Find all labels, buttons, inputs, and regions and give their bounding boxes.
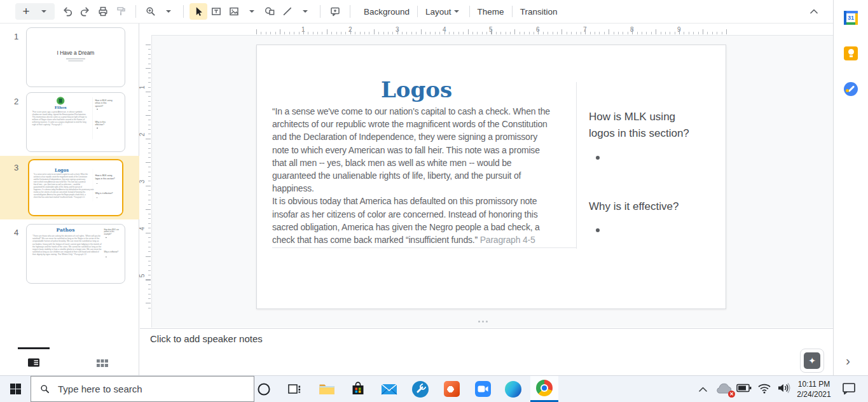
slide-thumbnail-2[interactable]: Ethos “Five score years ago, a great Ame… [26,92,125,152]
insert-image-button[interactable] [225,3,243,20]
question-1[interactable]: How is MLK using logos in this section? [589,109,716,142]
onedrive-tray-icon[interactable]: ✕ [715,382,734,396]
tasks-icon[interactable] [844,82,858,96]
insert-comment-button[interactable] [326,3,344,20]
select-tool-button[interactable] [189,3,207,20]
layout-label: Layout [425,7,451,17]
thumb2-body: “Five score years ago, a great American,… [32,111,90,126]
chrome-button-active[interactable] [530,376,558,402]
taskbar-search-input[interactable]: Type here to search [31,376,254,402]
wifi-tray-icon[interactable] [757,383,771,396]
layout-button[interactable]: Layout [418,3,469,20]
slide-thumbnail-1[interactable]: I Have a Dream [26,27,125,87]
paint-roller-icon [115,6,127,17]
slide-body-text[interactable]: “In a sense we've come to our nation's c… [272,105,585,246]
text-box-button[interactable] [207,3,225,20]
tray-show-hidden-icons[interactable] [693,376,712,402]
microsoft-store-button[interactable] [344,376,372,402]
grid-view-button[interactable] [96,359,109,370]
image-icon [228,6,240,17]
collapse-menus-button[interactable] [805,3,823,20]
zoom-app-button[interactable] [469,376,497,402]
toolbar-separator [350,5,350,18]
insert-line-button[interactable] [279,3,296,20]
paragraph-citation: Paragraph 4-5 [480,235,535,245]
text-box-bottom-edge [272,247,576,248]
new-slide-button[interactable]: + [17,3,35,20]
background-label: Background [364,7,410,17]
action-center-icon [842,382,856,395]
expand-side-panel-chevron[interactable]: › [846,353,850,368]
print-button[interactable] [94,3,112,20]
transition-button[interactable]: Transition [513,3,565,20]
office-icon [444,381,460,397]
office-button[interactable] [437,376,465,402]
line-dropdown[interactable] [296,3,314,20]
new-slide-dropdown[interactable] [35,3,53,20]
thumb4-question-2: Why is it effective? [104,251,122,253]
question-2[interactable]: Why is it effective? [589,198,716,215]
cortana-button[interactable] [250,376,278,402]
theme-button[interactable]: Theme [470,3,512,20]
chevron-down-icon [454,10,459,13]
task-view-button[interactable] [280,376,308,402]
microsoft-store-icon [350,382,366,397]
clock-date: 2/24/2021 [792,389,836,399]
slide-title[interactable]: Logos [257,77,576,102]
insert-shape-button[interactable] [261,3,279,20]
thumb4-question-1: How does MLK use pathos in this example? [104,228,122,235]
action-center-button[interactable] [842,382,856,398]
background-button[interactable]: Background [356,3,417,20]
taskbar-clock[interactable]: 10:11 PM 2/24/2021 [792,379,836,399]
undo-button[interactable] [59,3,76,20]
toolbar-separator [183,5,184,18]
wrench-icon [412,381,429,398]
redo-button[interactable] [76,3,94,20]
chevron-down-icon [41,10,46,13]
speaker-notes-resize-handle[interactable] [478,321,488,322]
file-explorer-button[interactable] [313,376,341,402]
slide-thumbnail-3-selected[interactable]: Logos “In a sense we've come to our nati… [28,159,123,216]
thumb4-title: Pathos [29,227,102,233]
grid-view-icon [96,359,109,368]
zoom-in-icon [145,6,156,17]
speaker-notes-placeholder: Click to add speaker notes [150,333,263,344]
speaker-icon [777,382,790,394]
start-button[interactable] [1,376,29,402]
explore-star-icon: ✦ [804,352,820,369]
horizontal-ruler: 1 2 3 4 5 6 7 8 9 [151,24,833,36]
search-icon [40,384,50,394]
chevron-down-icon [166,10,171,13]
image-dropdown[interactable] [243,3,261,20]
slide-thumbnail-4[interactable]: Pathos “There are those who are asking t… [26,224,125,284]
toolbar-separator [320,5,320,18]
zoom-dropdown[interactable] [160,3,177,20]
mail-button[interactable] [375,376,403,402]
text-box-divider [576,82,577,249]
keep-icon[interactable] [844,46,858,60]
thumb1-title: I Have a Dream [29,50,123,57]
file-explorer-icon [319,382,335,396]
chevron-up-icon [698,386,708,392]
calendar-icon[interactable]: 31 [844,11,858,25]
zoom-button[interactable] [142,3,160,20]
edge-button[interactable] [499,376,527,402]
current-slide: Logos “In a sense we've come to our nati… [256,45,726,309]
speaker-notes-panel[interactable]: Click to add speaker notes [140,328,833,375]
paint-format-button[interactable] [112,3,130,20]
settings-tool-button[interactable] [406,376,434,402]
shape-icon [264,6,276,17]
onedrive-error-badge: ✕ [728,391,735,398]
chevron-down-icon [249,10,254,13]
theme-label: Theme [478,7,504,17]
battery-tray-icon[interactable] [736,384,752,395]
explore-button[interactable]: ✦ [800,349,824,373]
vertical-ruler: 1 2 3 4 5 [140,35,152,328]
filmstrip-view-icon [27,357,40,368]
volume-tray-icon[interactable] [777,382,790,396]
active-view-indicator [18,347,50,349]
filmstrip-view-button[interactable] [27,357,40,370]
cortana-icon [257,382,271,396]
cursor-icon [193,6,204,17]
thumb2-question-1: How is MLK using ethos in this speech? [95,99,112,107]
